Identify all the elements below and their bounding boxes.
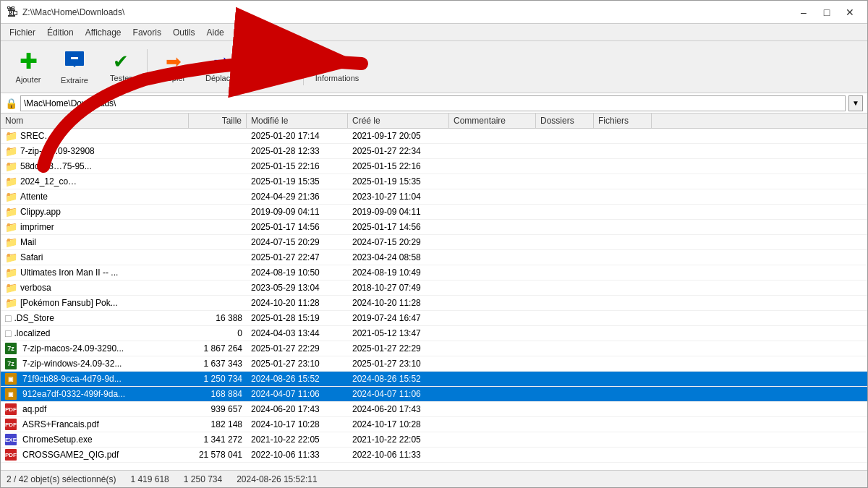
menu-favoris[interactable]: Favoris — [127, 26, 167, 39]
table-row[interactable]: PDF ASRS+Francais.pdf 182 148 2024-10-17… — [1, 417, 867, 432]
toolbar: ✚ Ajouter Extraire ✔ Tester ➡ Copier ➡ D… — [1, 41, 867, 93]
selection-count: 2 / 42 objet(s) sélectionné(s) — [7, 474, 116, 484]
menu-outils[interactable]: Outils — [167, 26, 201, 39]
file-list-body: 📁SREC…N 2025-01-20 17:14 2021-09-17 20:0… — [1, 129, 867, 468]
file-list-container: Nom Taille Modifié le Créé le Commentair… — [1, 114, 867, 470]
main-window: 🗜 Z:\\Mac\Home\Downloads\ – □ ✕ Fichier … — [0, 0, 868, 488]
copier-icon: ➡ — [166, 52, 182, 71]
extraire-label: Extraire — [61, 76, 88, 85]
status-bar: 2 / 42 objet(s) sélectionné(s) 1 419 618… — [1, 470, 867, 487]
window-controls: – □ ✕ — [792, 4, 861, 21]
deplacer-label: Déplacer — [205, 74, 237, 82]
table-row[interactable]: 📁Safari 2025-01-27 22:47 2023-04-24 08:5… — [1, 250, 867, 265]
app-icon: 🗜 — [7, 6, 18, 19]
column-header-folders[interactable]: Dossiers — [536, 114, 594, 128]
menu-fichier[interactable]: Fichier — [4, 26, 41, 39]
maximize-button[interactable]: □ — [815, 4, 838, 21]
pdf-icon: PDF — [5, 449, 17, 461]
table-row[interactable]: 7z 7-zip-macos-24.09-3290... 1 867 264 2… — [1, 341, 867, 356]
folder-icon: 📁 — [5, 130, 17, 142]
file-list-header: Nom Taille Modifié le Créé le Commentair… — [1, 114, 867, 129]
close-button[interactable]: ✕ — [838, 4, 861, 21]
folder-icon: 📁 — [5, 282, 17, 294]
table-row[interactable]: PDF aq.pdf 939 657 2024-06-20 17:43 2024… — [1, 402, 867, 417]
table-row[interactable]: 📁SREC…N 2025-01-20 17:14 2021-09-17 20:0… — [1, 129, 867, 144]
deplacer-icon: ➡ — [213, 52, 229, 71]
supprimer-icon: ✖ — [265, 52, 281, 71]
menu-aide[interactable]: Aide — [201, 26, 230, 39]
informations-label: Informations — [315, 74, 359, 82]
minimize-button[interactable]: – — [792, 4, 815, 21]
table-row[interactable]: 📁58dc313…75-95... 2025-01-15 22:16 2025-… — [1, 159, 867, 174]
total-size: 1 419 618 — [130, 474, 169, 484]
table-row[interactable]: 📁Ultimates Iron Man II -- ... 2024-08-19… — [1, 265, 867, 281]
tester-label: Tester — [110, 74, 132, 82]
table-row[interactable]: 📁2024_12_co… 2025-01-19 15:35 2025-01-19… — [1, 174, 867, 189]
table-row[interactable]: PDF CROSSGAME2_QIG.pdf 21 578 041 2022-1… — [1, 448, 867, 463]
folder-icon: 📁 — [5, 160, 17, 172]
table-row-selected-1[interactable]: ▣ 71f9cb88-9cca-4d79-9d... 1 250 734 202… — [1, 372, 867, 387]
folder-icon: 📁 — [5, 221, 17, 233]
folder-icon: 📁 — [5, 206, 17, 218]
7z-icon: 7z — [5, 358, 17, 369]
table-row[interactable]: 📁imprimer 2025-01-17 14:56 2025-01-17 14… — [1, 220, 867, 235]
column-header-name[interactable]: Nom — [1, 114, 189, 128]
toolbar-divider-1 — [147, 49, 148, 85]
7z-icon: 7z — [5, 343, 17, 354]
window-title: Z:\\Mac\Home\Downloads\ — [22, 7, 124, 17]
table-row[interactable]: 📁[Pokémon Fansub] Pok... 2024-10-20 11:2… — [1, 296, 867, 311]
supprimer-button[interactable]: ✖ Supprimer — [247, 49, 299, 85]
column-header-files[interactable]: Fichiers — [594, 114, 652, 128]
table-row[interactable]: 📁Attente 2024-04-29 21:36 2023-10-27 11:… — [1, 189, 867, 205]
menu-edition[interactable]: Édition — [41, 26, 80, 39]
ajouter-button[interactable]: ✚ Ajouter — [7, 48, 50, 87]
supprimer-label: Supprimer — [255, 74, 292, 82]
table-row[interactable]: □.localized 0 2024-04-03 13:44 2021-05-1… — [1, 326, 867, 341]
table-row[interactable]: □.DS_Store 16 388 2025-01-28 15:19 2019-… — [1, 311, 867, 326]
pdf-icon: PDF — [5, 403, 17, 415]
folder-icon: 📁 — [5, 176, 17, 187]
svg-rect-2 — [71, 57, 78, 59]
extraire-icon — [64, 50, 85, 73]
folder-icon: 📁 — [5, 297, 17, 309]
menu-bar: Fichier Édition Affichage Favoris Outils… — [1, 24, 867, 41]
folder-icon: 📁 — [5, 191, 17, 202]
pdf-icon: PDF — [5, 419, 17, 430]
title-bar: 🗜 Z:\\Mac\Home\Downloads\ – □ ✕ — [1, 1, 867, 24]
address-folder-icon: 🔒 — [5, 98, 17, 109]
table-row[interactable]: 📁verbosa 2023-05-29 13:04 2018-10-27 07:… — [1, 281, 867, 296]
table-row[interactable]: 📁Clippy.app 2019-09-09 04:11 2019-09-09 … — [1, 205, 867, 220]
menu-affichage[interactable]: Affichage — [80, 26, 127, 39]
copier-button[interactable]: ➡ Copier — [152, 49, 195, 85]
selected-size: 1 250 734 — [184, 474, 222, 484]
toolbar-divider-2 — [303, 49, 304, 85]
table-row[interactable]: 📁Mail 2024-07-15 20:29 2024-07-15 20:29 — [1, 235, 867, 250]
address-dropdown-button[interactable]: ▼ — [848, 95, 863, 111]
table-row[interactable]: 7z 7-zip-windows-24.09-32... 1 637 343 2… — [1, 356, 867, 372]
table-row[interactable]: EXE ChromeSetup.exe 1 341 272 2021-10-22… — [1, 432, 867, 448]
ajouter-icon: ✚ — [20, 51, 38, 72]
table-row[interactable]: 📁7-zip-…4.09-32908 2025-01-28 12:33 2025… — [1, 144, 867, 159]
archive-icon: ▣ — [5, 388, 17, 400]
folder-icon: 📁 — [5, 236, 17, 248]
tester-button[interactable]: ✔ Tester — [99, 49, 142, 85]
archive-icon: ▣ — [5, 373, 17, 385]
informations-button[interactable]: i Informations — [308, 49, 367, 85]
column-header-modified[interactable]: Modifié le — [247, 114, 348, 128]
copier-label: Copier — [162, 74, 185, 82]
folder-icon: 📁 — [5, 252, 17, 263]
tester-icon: ✔ — [113, 52, 129, 71]
address-input[interactable] — [20, 95, 846, 111]
file-icon: □ — [5, 312, 11, 324]
extraire-button[interactable]: Extraire — [53, 47, 96, 87]
table-row-selected-2[interactable]: ▣ 912ea7df-0332-499f-9da... 168 884 2024… — [1, 387, 867, 402]
deplacer-button[interactable]: ➡ Déplacer — [198, 49, 244, 85]
ajouter-label: Ajouter — [16, 75, 41, 84]
file-icon: □ — [5, 328, 11, 339]
folder-icon: 📁 — [5, 267, 17, 278]
selected-date: 2024-08-26 15:52:11 — [237, 474, 317, 484]
column-header-size[interactable]: Taille — [189, 114, 247, 128]
exe-icon: EXE — [5, 434, 17, 445]
column-header-created[interactable]: Créé le — [348, 114, 449, 128]
column-header-comment[interactable]: Commentaire — [449, 114, 536, 128]
